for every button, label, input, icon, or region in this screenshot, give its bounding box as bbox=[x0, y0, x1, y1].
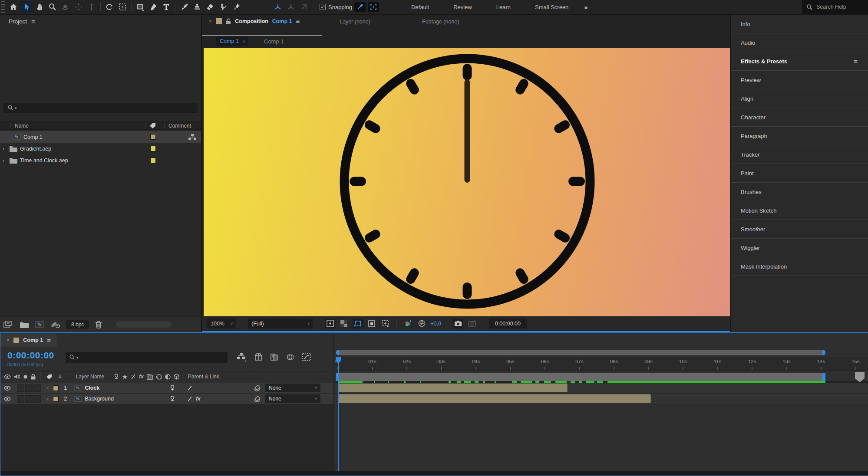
breadcrumb-root[interactable]: Comp 1 bbox=[264, 38, 284, 45]
home-icon[interactable] bbox=[7, 1, 20, 13]
motion-blur-icon[interactable] bbox=[270, 353, 279, 361]
new-composition-icon[interactable] bbox=[35, 321, 44, 328]
timeline-panel-menu-icon[interactable]: ≡ bbox=[47, 337, 51, 344]
take-snapshot-icon[interactable] bbox=[453, 319, 463, 328]
clone-stamp-tool-icon[interactable] bbox=[191, 1, 204, 13]
video-eye-icon[interactable] bbox=[4, 374, 11, 379]
project-column-headers[interactable]: Name Comment bbox=[0, 121, 201, 130]
rotation-tool-icon[interactable] bbox=[103, 1, 116, 13]
workspace-tab-review[interactable]: Review bbox=[441, 0, 484, 14]
layer-duration-bar-background[interactable] bbox=[339, 394, 651, 403]
region-of-interest-icon[interactable] bbox=[366, 319, 377, 328]
label-color-swatch[interactable] bbox=[150, 158, 156, 163]
puppet-pin-tool-icon[interactable] bbox=[230, 1, 243, 13]
workspace-tab-learn[interactable]: Learn bbox=[484, 0, 523, 14]
sidebar-panel-motion-sketch[interactable]: Motion Sketch bbox=[731, 201, 868, 220]
expand-chevron-icon[interactable]: › bbox=[47, 396, 49, 402]
mask-visibility-icon[interactable] bbox=[353, 319, 363, 328]
collapse-transformations-switch[interactable] bbox=[170, 385, 175, 391]
fast-previews-icon[interactable] bbox=[325, 319, 335, 328]
sidebar-panel-align[interactable]: Align bbox=[731, 89, 868, 108]
composition-tab-comp-name[interactable]: Comp 1 bbox=[272, 18, 292, 24]
comp-breadcrumb[interactable]: Comp 1 ‹ bbox=[216, 36, 248, 46]
snap-along-edges-icon[interactable] bbox=[354, 2, 366, 12]
work-area-bar[interactable] bbox=[336, 373, 825, 381]
label-color-swatch[interactable] bbox=[150, 146, 156, 151]
layer-label-swatch[interactable] bbox=[53, 396, 59, 402]
unlock-icon[interactable] bbox=[226, 18, 231, 24]
layer-bar-row-clock[interactable] bbox=[335, 383, 868, 394]
camera-tool-icon[interactable] bbox=[116, 1, 129, 13]
render-engine-icon[interactable] bbox=[50, 321, 60, 328]
playhead-handle[interactable] bbox=[335, 357, 342, 364]
frame-blend-icon[interactable] bbox=[286, 353, 295, 361]
collapse-transformations-switch[interactable] bbox=[170, 396, 175, 402]
audio-speaker-icon[interactable] bbox=[14, 374, 20, 379]
sidebar-panel-brushes[interactable]: Brushes bbox=[731, 183, 868, 201]
timeline-horizontal-scrollbar[interactable] bbox=[336, 350, 825, 355]
sidebar-panel-paragraph[interactable]: Paragraph bbox=[731, 127, 868, 145]
label-color-swatch[interactable] bbox=[150, 134, 156, 140]
audio-cell[interactable] bbox=[17, 384, 24, 392]
help-search-field[interactable]: Search Help bbox=[802, 0, 868, 14]
layer-duration-bar-clock[interactable] bbox=[339, 384, 568, 392]
parent-pickwhip-icon[interactable] bbox=[254, 385, 260, 391]
snapping-checkbox[interactable]: ✓ bbox=[320, 4, 326, 10]
parent-dropdown[interactable]: None ˅ bbox=[265, 384, 320, 392]
audio-cell[interactable] bbox=[17, 395, 24, 403]
resolution-dropdown[interactable]: (Full) ˅ bbox=[248, 318, 313, 328]
breadcrumb-current[interactable]: Comp 1 bbox=[220, 38, 239, 44]
column-name[interactable]: Name bbox=[15, 123, 29, 129]
magnification-dropdown[interactable]: 100% ˅ bbox=[207, 318, 236, 328]
pen-tool-icon[interactable] bbox=[147, 1, 160, 13]
show-snapshot-icon[interactable] bbox=[467, 319, 477, 328]
project-panel-title[interactable]: Project bbox=[9, 18, 27, 25]
work-area-end-handle[interactable] bbox=[822, 373, 825, 381]
layer-viewer-tab[interactable]: Layer (none) bbox=[340, 19, 370, 25]
local-axis-mode-icon[interactable] bbox=[271, 1, 284, 13]
toolbar-drag-handle[interactable] bbox=[1, 1, 5, 13]
project-panel-menu-icon[interactable]: ≡ bbox=[31, 18, 35, 25]
layer-row-clock[interactable]: › 1 Clock None ˅ bbox=[0, 383, 334, 394]
sidebar-panel-effects-presets[interactable]: Effects & Presets≡ bbox=[731, 52, 868, 71]
expand-chevron-icon[interactable]: › bbox=[3, 145, 9, 152]
delete-icon[interactable] bbox=[95, 321, 102, 328]
column-parent-link[interactable]: Parent & Link bbox=[188, 374, 219, 380]
solo-icon[interactable] bbox=[23, 375, 27, 379]
project-item-time-and-clock[interactable]: › Time and Clock.aep bbox=[0, 154, 201, 166]
viewer-panel-menu-icon[interactable]: ≡ bbox=[296, 17, 300, 25]
label-column-tag-icon[interactable] bbox=[149, 123, 156, 129]
brush-tool-icon[interactable] bbox=[178, 1, 191, 13]
channel-settings-icon[interactable] bbox=[403, 319, 413, 328]
eraser-tool-icon[interactable] bbox=[204, 1, 217, 13]
selection-tool-icon[interactable] bbox=[20, 1, 33, 13]
timeline-search-input[interactable]: ▾ bbox=[66, 352, 228, 363]
dolly-camera-tool-icon[interactable] bbox=[85, 1, 98, 13]
expand-chevron-icon[interactable]: › bbox=[3, 157, 9, 164]
composition-canvas[interactable] bbox=[204, 48, 730, 316]
transparency-grid-icon[interactable] bbox=[339, 319, 349, 328]
sidebar-panel-info[interactable]: Info bbox=[731, 15, 868, 33]
playhead-line[interactable] bbox=[338, 357, 339, 471]
breadcrumb-back-icon[interactable]: ‹ bbox=[243, 38, 245, 44]
mini-flowchart-icon[interactable] bbox=[237, 353, 247, 361]
video-eye-icon[interactable] bbox=[4, 397, 11, 401]
quality-switch[interactable] bbox=[187, 396, 192, 402]
new-folder-icon[interactable] bbox=[20, 322, 29, 328]
video-eye-icon[interactable] bbox=[4, 386, 11, 391]
workspace-tab-small-screen[interactable]: Small Screen bbox=[523, 0, 581, 14]
fx-badge[interactable]: fx bbox=[196, 396, 201, 402]
orbit-camera-tool-icon[interactable] bbox=[59, 1, 72, 13]
type-tool-icon[interactable] bbox=[160, 1, 173, 13]
sidebar-panel-mask-interpolation[interactable]: Mask Interpolation bbox=[731, 257, 868, 276]
panel-menu-icon[interactable]: ≡ bbox=[854, 58, 858, 65]
layer-name[interactable]: Clock bbox=[85, 385, 99, 391]
layer-row-background[interactable]: › 2 Background fx None ˅ bbox=[0, 394, 334, 404]
sidebar-panel-smoother[interactable]: Smoother bbox=[731, 220, 868, 239]
parent-pickwhip-icon[interactable] bbox=[254, 396, 260, 402]
sidebar-panel-preview[interactable]: Preview bbox=[731, 71, 868, 89]
hand-tool-icon[interactable] bbox=[33, 1, 46, 13]
graph-editor-icon[interactable] bbox=[302, 353, 311, 361]
preview-timecode[interactable]: 0:00:00:00 bbox=[489, 318, 527, 328]
lock-icon[interactable] bbox=[31, 374, 36, 380]
